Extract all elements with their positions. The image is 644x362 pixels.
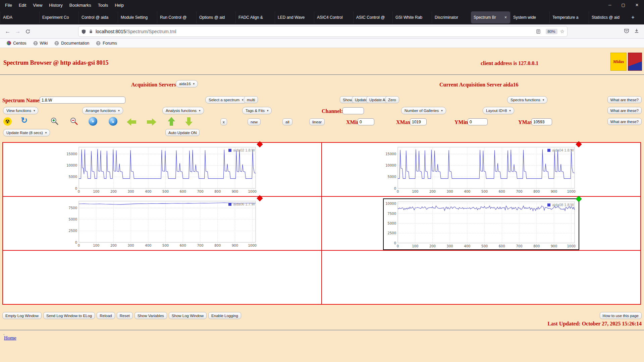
- spectra-functions-dropdown[interactable]: Spectra functions▾: [507, 96, 547, 104]
- svg-text:200: 200: [110, 190, 117, 193]
- back-button[interactable]: ←: [3, 26, 13, 37]
- downloads-icon[interactable]: [634, 28, 639, 35]
- acquisition-server-select[interactable]: aida16▾: [176, 80, 198, 87]
- sphere-arrow-up-icon[interactable]: ▲: [109, 117, 117, 126]
- tab-control-aida[interactable]: Control @ aida: [78, 11, 118, 23]
- tab-temperature-a[interactable]: Temperature a: [549, 11, 589, 23]
- auto-update-button[interactable]: Auto Update ON: [165, 129, 200, 136]
- spectra-functions-label: Spectra functions: [511, 98, 540, 102]
- reload-button[interactable]: [23, 26, 33, 37]
- tab-system-wide[interactable]: System wide: [510, 11, 549, 23]
- spectrum-chart[interactable]: 0100200300400500600700800900100002500500…: [383, 198, 579, 250]
- tab-statistics-aid[interactable]: Statistics @ aid: [589, 11, 628, 23]
- footer-button-show-variables[interactable]: Show Variables: [135, 312, 167, 319]
- bookmark-item-forums[interactable]: Forums: [93, 40, 119, 47]
- tab-spectrum-br[interactable]: Spectrum Br×: [471, 11, 510, 23]
- what-are-these-button-1[interactable]: What are these?: [607, 96, 642, 103]
- tab-discriminator[interactable]: Discriminator: [432, 11, 471, 23]
- green-arrow-up-icon[interactable]: [168, 117, 175, 126]
- xmin-input[interactable]: [358, 118, 374, 125]
- tab-label: Options @ aid: [199, 15, 233, 20]
- menubar-item-edit[interactable]: Edit: [16, 1, 29, 9]
- forward-button[interactable]: →: [13, 26, 23, 37]
- how-to-use-button[interactable]: How to use this page: [600, 312, 642, 319]
- bookmark-star-icon[interactable]: ☆: [560, 28, 565, 35]
- spectrum-chart[interactable]: 0100200300400500600700800900100005000100…: [384, 144, 579, 195]
- legend-swatch-icon: [228, 203, 231, 206]
- spectrum-name-input[interactable]: [40, 97, 125, 104]
- multi-button[interactable]: multi: [244, 96, 258, 103]
- footer-button-empty-log-window[interactable]: Empty Log Window: [2, 312, 42, 319]
- zoom-out-icon[interactable]: [70, 117, 78, 127]
- bookmark-label: Centos: [13, 41, 26, 46]
- menubar-item-bookmarks[interactable]: Bookmarks: [66, 1, 94, 9]
- new-tab-button[interactable]: +: [628, 11, 638, 23]
- green-arrow-right-icon[interactable]: [146, 118, 156, 126]
- update-rate-dropdown[interactable]: Update Rate (8 secs)▾: [3, 129, 50, 136]
- zoom-level-badge[interactable]: 80%: [546, 29, 557, 34]
- analysis-functions-dropdown[interactable]: Analysis functions▾: [162, 107, 204, 114]
- select-spectrum-dropdown[interactable]: Select a spectrum▾: [205, 96, 247, 104]
- tab-fadc-align-[interactable]: FADC Align &: [235, 11, 275, 23]
- zoom-in-icon[interactable]: [50, 117, 59, 127]
- maximize-icon[interactable]: ▢: [622, 3, 625, 7]
- layout-id-dropdown[interactable]: Layout ID=8▾: [483, 107, 514, 114]
- ymin-input[interactable]: [468, 118, 488, 125]
- svg-text:200: 200: [110, 244, 117, 247]
- minimize-icon[interactable]: ─: [608, 3, 611, 7]
- all-button[interactable]: all: [282, 118, 292, 125]
- channel-input[interactable]: [342, 107, 364, 114]
- spectrum-chart[interactable]: 0100200300400500600700800900100005000100…: [65, 144, 260, 195]
- menubar-item-file[interactable]: File: [2, 1, 15, 9]
- tab-run-control-[interactable]: Run Control @: [157, 11, 196, 23]
- tab-led-and-wave[interactable]: LED and Wave: [275, 11, 314, 23]
- menubar-item-view[interactable]: View: [30, 1, 45, 9]
- zero-button[interactable]: Zero: [385, 96, 399, 103]
- radiation-icon[interactable]: ☢: [3, 117, 12, 126]
- what-are-these-button-3[interactable]: What are these?: [607, 118, 642, 125]
- view-functions-dropdown[interactable]: View functions▾: [3, 107, 38, 114]
- bookmark-item-centos[interactable]: Centos: [4, 40, 29, 47]
- bookmark-item-documentation[interactable]: Documentation: [52, 40, 92, 47]
- tab-module-setting[interactable]: Module Setting: [118, 11, 157, 23]
- ymax-input[interactable]: [531, 118, 552, 125]
- arrange-functions-dropdown[interactable]: Arrange functions▾: [82, 107, 123, 114]
- x-button[interactable]: x: [220, 118, 227, 125]
- close-icon[interactable]: ✕: [635, 3, 639, 7]
- footer-button-enable-logging[interactable]: Enable Logging: [208, 312, 241, 319]
- footer-button-show-log-window[interactable]: Show Log Window: [169, 312, 207, 319]
- url-bar[interactable]: localhost:8015/Spectrum/Spectrum.tml 80%…: [78, 26, 568, 37]
- footer-button-reset[interactable]: Reset: [117, 312, 133, 319]
- number-of-galleries-dropdown[interactable]: Number of Galleries▾: [401, 107, 446, 114]
- tags-fits-dropdown[interactable]: Tags & Fits▾: [242, 107, 272, 114]
- green-arrow-left-icon[interactable]: [127, 118, 137, 126]
- pocket-icon[interactable]: [624, 28, 629, 35]
- what-are-these-button-2[interactable]: What are these?: [607, 107, 642, 114]
- svg-text:400: 400: [464, 244, 470, 248]
- new-button[interactable]: new: [248, 118, 261, 125]
- menubar-item-help[interactable]: Help: [112, 1, 127, 9]
- footer-button-reload[interactable]: Reload: [97, 312, 115, 319]
- reader-mode-icon[interactable]: [536, 29, 541, 34]
- linear-button[interactable]: linear: [309, 118, 325, 125]
- xmax-input[interactable]: [410, 118, 427, 125]
- tab-asic-control-[interactable]: ASIC Control @: [353, 11, 392, 23]
- lock-icon[interactable]: [89, 29, 93, 34]
- menubar-item-tools[interactable]: Tools: [95, 1, 111, 9]
- home-link[interactable]: Home: [4, 335, 16, 341]
- tab-close-icon[interactable]: ×: [504, 15, 507, 20]
- green-arrow-down-icon[interactable]: [185, 117, 193, 126]
- svg-text:1000: 1000: [567, 244, 575, 248]
- spectrum-chart[interactable]: 0100200300400500600700800900100002500500…: [65, 198, 260, 249]
- menubar-item-history[interactable]: History: [46, 1, 65, 9]
- footer-button-send-log-window-to-elog[interactable]: Send Log Window to ELog: [43, 312, 95, 319]
- tab-aida[interactable]: AIDA: [0, 11, 39, 23]
- tab-gsi-white-rab[interactable]: GSI White Rab: [392, 11, 432, 23]
- refresh-icon[interactable]: ↻: [21, 116, 28, 125]
- tab-asic4-control[interactable]: ASIC4 Control: [314, 11, 353, 23]
- tab-experiment-co[interactable]: Experiment Co: [39, 11, 78, 23]
- bookmark-item-wiki[interactable]: Wiki: [31, 40, 51, 47]
- shield-icon[interactable]: [81, 29, 86, 34]
- sphere-arrow-down-icon[interactable]: ▼: [89, 117, 97, 126]
- tab-options-aid[interactable]: Options @ aid: [196, 11, 235, 23]
